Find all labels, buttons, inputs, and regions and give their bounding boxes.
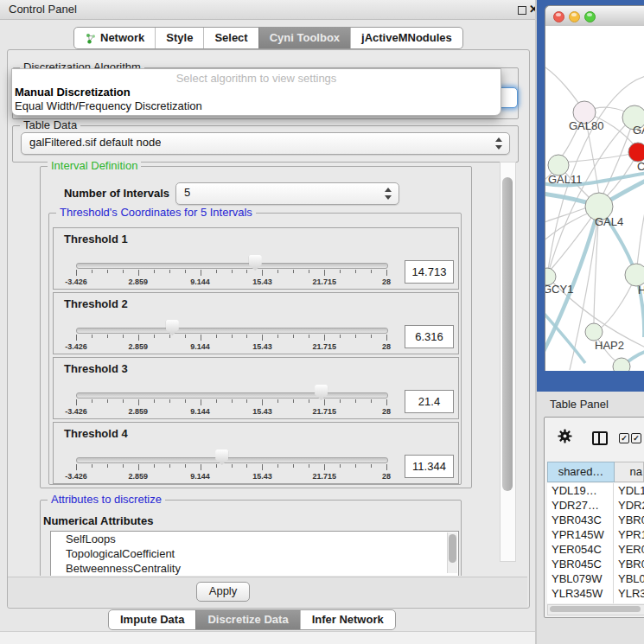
network-window-titlebar[interactable] <box>545 5 644 28</box>
bottom-strip <box>0 631 536 644</box>
scale-tick-label: 15.43 <box>252 342 272 351</box>
threshold-slider-track[interactable] <box>76 263 388 269</box>
table-panel: ✓ ✓ shared… na YDL19…YDL1YDR27…YDR2YBR04… <box>544 417 644 618</box>
table-row[interactable]: YER054CYER0 <box>547 542 644 557</box>
attribute-list-item[interactable]: SelfLoops <box>51 532 458 546</box>
attributes-list-scrollbar[interactable] <box>447 532 457 573</box>
table-row[interactable]: YBR045CYBR0 <box>547 557 644 571</box>
minimize-traffic-light[interactable] <box>569 11 580 22</box>
cell-shared-name: YLR345W <box>547 586 613 601</box>
dropdown-option-manual[interactable]: Manual Discretization <box>15 86 131 99</box>
panel-title: Control Panel <box>9 3 77 16</box>
network-node-label: H <box>638 284 644 296</box>
table-row[interactable]: YLR345WYLR3 <box>547 586 644 601</box>
threshold-value-field[interactable]: 11.344 <box>405 455 454 478</box>
cell-name: YER0 <box>613 542 644 557</box>
tab-infer-network[interactable]: Infer Network <box>300 610 395 629</box>
table-row[interactable]: YBR043CYBR0 <box>547 513 644 527</box>
network-node-label: GA <box>633 124 644 137</box>
table-data-value: galFiltered.sif default node <box>29 133 161 152</box>
close-traffic-light[interactable] <box>553 11 564 22</box>
scale-tick-label: 21.715 <box>312 277 336 286</box>
num-intervals-value: 5 <box>184 183 190 202</box>
cell-shared-name: YDR27… <box>547 498 613 513</box>
cell-name: YDL1 <box>613 483 644 498</box>
table-hscrollbar[interactable] <box>547 604 644 615</box>
dropdown-option-equal-width[interactable]: Equal Width/Frequency Discretization <box>15 99 202 112</box>
apply-strip: Apply <box>8 577 527 607</box>
tab-label: jActiveMNodules <box>361 28 452 48</box>
float-window-icon[interactable] <box>518 6 526 15</box>
threshold-row: Threshold 3 -3.4262.8599.14415.4321.7152… <box>53 357 459 419</box>
checkbox-icon[interactable]: ✓ <box>631 433 641 443</box>
tab-label: Style <box>166 28 193 48</box>
network-node[interactable] <box>613 358 630 371</box>
table-row[interactable]: YBL079WYBL0 <box>547 571 644 586</box>
tab-label: Discretize Data <box>207 610 288 629</box>
cell-shared-name: YBR043C <box>547 513 613 527</box>
checkbox-icon[interactable]: ✓ <box>619 433 629 443</box>
threshold-row: Threshold 2 -3.4262.8599.14415.4321.7152… <box>53 292 459 354</box>
slider-scale-labels: -3.4262.8599.14415.4321.71528 <box>76 470 386 481</box>
tab-label: Select <box>214 28 247 48</box>
scale-tick-label: 28 <box>382 472 391 481</box>
threshold-value-field[interactable]: 14.713 <box>405 260 454 284</box>
threshold-slider-track[interactable] <box>76 328 388 334</box>
column-header-name[interactable]: na <box>615 462 644 482</box>
tab-label: Network <box>100 28 144 48</box>
network-node[interactable] <box>628 143 644 162</box>
scale-tick-label: 2.859 <box>129 277 149 286</box>
network-view-window: GAL80GACGAL11GAL4GCY1HHAP2 <box>545 5 644 371</box>
split-columns-icon[interactable] <box>592 431 608 445</box>
scale-tick-label: 2.859 <box>129 407 149 416</box>
table-data-combobox[interactable]: galFiltered.sif default node <box>21 132 510 155</box>
tab-cyni-toolbox[interactable]: Cyni Toolbox <box>258 28 350 48</box>
top-tab-bar: NetworkStyleSelectCyni ToolboxjActiveMNo… <box>73 27 463 49</box>
attribute-list-item[interactable]: BetweennessCentrality <box>51 561 458 576</box>
table-rows: YDL19…YDL1YDR27…YDR2YBR043CYBR0YPR145WYP… <box>547 483 644 603</box>
apply-button[interactable]: Apply <box>196 582 250 602</box>
interval-definition-label: Interval Definition <box>48 161 141 172</box>
tab-network[interactable]: Network <box>74 28 155 48</box>
threshold-value-field[interactable]: 6.316 <box>405 325 454 348</box>
attributes-group-label: Attributes to discretize <box>48 494 165 506</box>
scale-tick-label: 9.144 <box>190 407 210 416</box>
network-icon <box>85 33 96 44</box>
table-row[interactable]: YDL19…YDL1 <box>547 483 644 498</box>
zoom-traffic-light[interactable] <box>584 11 596 22</box>
table-row[interactable]: YIL052CYIL0 <box>547 601 644 603</box>
tab-jactivemnodules[interactable]: jActiveMNodules <box>350 28 462 48</box>
attribute-list-item[interactable]: TopologicalCoefficient <box>51 546 458 561</box>
network-node[interactable] <box>585 323 603 341</box>
stepper-arrows-icon <box>495 137 502 150</box>
threshold-label: Threshold 3 <box>64 362 128 375</box>
network-edge[interactable] <box>545 206 590 223</box>
num-intervals-combobox[interactable]: 5 <box>175 182 399 205</box>
tab-impute-data[interactable]: Impute Data <box>109 610 195 629</box>
table-row[interactable]: YDR27…YDR2 <box>547 498 644 513</box>
scale-tick-label: 28 <box>382 407 391 416</box>
threshold-slider-track[interactable] <box>76 457 388 463</box>
column-header-shared[interactable]: shared… <box>547 462 615 482</box>
tab-discretize-data[interactable]: Discretize Data <box>195 610 299 629</box>
cell-shared-name: YDL19… <box>547 483 613 498</box>
threshold-slider-track[interactable] <box>76 392 388 399</box>
stepper-arrows-icon <box>385 187 392 201</box>
gear-icon[interactable] <box>558 429 572 443</box>
numerical-attributes-list[interactable]: SelfLoopsTopologicalCoefficientBetweenne… <box>50 531 459 576</box>
threshold-value-field[interactable]: 21.4 <box>405 390 454 413</box>
network-node-label: GAL4 <box>595 215 623 228</box>
scale-tick-label: -3.426 <box>65 277 87 286</box>
tab-style[interactable]: Style <box>155 28 203 48</box>
settings-scrollbar-thumb[interactable] <box>502 177 513 491</box>
network-edge[interactable] <box>545 211 594 242</box>
tab-select[interactable]: Select <box>203 28 258 48</box>
network-canvas[interactable]: GAL80GACGAL11GAL4GCY1HHAP2 <box>545 26 644 371</box>
table-data-group-label: Table Data <box>20 119 80 131</box>
scale-tick-label: 21.715 <box>312 342 336 351</box>
cell-name: YIL0 <box>613 601 644 603</box>
table-panel-region: Table Panel <box>537 392 644 644</box>
table-row[interactable]: YPR145WYPR1 <box>547 527 644 542</box>
scale-tick-label: 28 <box>382 277 391 286</box>
cell-name: YDR2 <box>613 498 644 513</box>
